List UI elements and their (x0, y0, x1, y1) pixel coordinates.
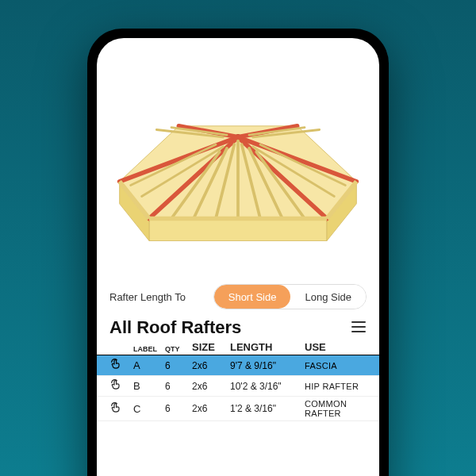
row-use: FASCIA (305, 361, 367, 370)
row-qty: 6 (165, 403, 189, 414)
section-title: All Roof Rafters (109, 317, 241, 338)
table-header: LABEL QTY SIZE LENGTH USE (97, 340, 379, 355)
side-segmented-control: Short Side Long Side (213, 284, 367, 309)
hamburger-icon (351, 321, 367, 333)
row-length: 1'2 & 3/16" (230, 403, 301, 414)
row-label: A (133, 359, 162, 371)
row-label: B (133, 380, 162, 392)
menu-icon[interactable] (351, 319, 367, 337)
tap-icon (109, 378, 130, 393)
row-label: C (133, 403, 162, 415)
col-qty: QTY (165, 345, 189, 353)
phone-frame: Rafter Length To Short Side Long Side Al… (87, 29, 389, 476)
col-size: SIZE (192, 341, 227, 353)
table-row[interactable]: B62x610'2 & 3/16"HIP RAFTER (97, 376, 379, 397)
hexagon-roof-illustration (105, 54, 371, 272)
row-size: 2x6 (192, 381, 227, 392)
row-size: 2x6 (192, 403, 227, 414)
app-screen: Rafter Length To Short Side Long Side Al… (97, 38, 379, 476)
row-use: COMMON RAFTER (305, 399, 367, 418)
table-row[interactable]: A62x69'7 & 9/16"FASCIA (97, 355, 379, 376)
row-length: 10'2 & 3/16" (230, 381, 301, 392)
col-use: USE (305, 341, 367, 353)
table-body: A62x69'7 & 9/16"FASCIAB62x610'2 & 3/16"H… (97, 355, 379, 421)
row-use: HIP RAFTER (305, 382, 367, 391)
row-qty: 6 (165, 381, 189, 392)
section-header: All Roof Rafters (97, 314, 379, 340)
svg-marker-1 (149, 219, 327, 241)
tap-icon (109, 401, 130, 416)
tap-icon (109, 358, 130, 373)
row-qty: 6 (165, 360, 189, 371)
long-side-button[interactable]: Long Side (290, 285, 366, 309)
col-label: LABEL (133, 345, 162, 353)
rafter-length-label: Rafter Length To (109, 291, 186, 303)
row-length: 9'7 & 9/16" (230, 360, 301, 371)
rafter-length-control-row: Rafter Length To Short Side Long Side (97, 276, 379, 314)
row-size: 2x6 (192, 360, 227, 371)
table-row[interactable]: C62x61'2 & 3/16"COMMON RAFTER (97, 397, 379, 421)
short-side-button[interactable]: Short Side (214, 285, 291, 309)
roof-diagram[interactable] (97, 38, 379, 276)
col-length: LENGTH (230, 341, 301, 353)
